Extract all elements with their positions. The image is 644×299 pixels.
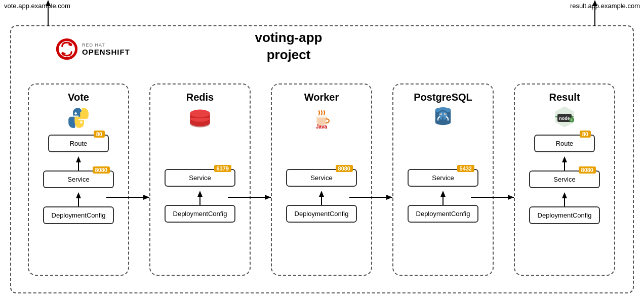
pg-service-box: 5432 Service: [408, 169, 478, 187]
svg-marker-12: [76, 192, 81, 198]
python-icon: [66, 105, 91, 131]
worker-service-label: Service: [310, 174, 332, 182]
svg-text:Java: Java: [316, 124, 328, 130]
result-dc-label: DeploymentConfig: [538, 211, 592, 219]
vote-route-arrow: [75, 156, 82, 170]
pg-dc-box: DeploymentConfig: [408, 205, 478, 223]
service-group-postgresql: PostgreSQL: [392, 83, 494, 276]
result-dc-arrow: [561, 192, 568, 206]
result-route-label: Route: [556, 140, 574, 147]
svg-marker-44: [562, 156, 567, 162]
vote-dc-box: DeploymentConfig: [43, 206, 114, 224]
svg-point-33: [445, 113, 446, 114]
result-route-arrow: [561, 156, 568, 170]
brand-label: RED HAT: [82, 42, 130, 48]
pg-service-port: 5432: [457, 165, 474, 172]
pg-service-label: Service: [432, 174, 454, 182]
product-label: OPENSHIFT: [82, 48, 130, 56]
result-service-box: 8080 Service: [529, 170, 600, 188]
svg-point-32: [440, 113, 441, 114]
svg-marker-1: [46, 0, 51, 6]
redis-dc-box: DeploymentConfig: [165, 205, 235, 223]
vote-dc-arrow: [75, 192, 82, 206]
result-service-port: 8080: [579, 166, 596, 174]
result-route-box: 80 Route: [534, 135, 595, 152]
project-title: voting-appproject: [218, 29, 359, 64]
pg-title: PostgreSQL: [414, 92, 472, 103]
java-icon: Java: [309, 105, 334, 131]
redis-title: Redis: [186, 92, 214, 103]
svg-point-7: [74, 112, 76, 114]
svg-marker-23: [319, 191, 324, 197]
redhat-openshift-logo: RED HAT OPENSHIFT: [56, 38, 130, 60]
vote-route-label: Route: [70, 140, 88, 147]
worker-dc-arrow: [318, 191, 325, 205]
openshift-icon: [56, 38, 78, 60]
svg-text:node: node: [559, 116, 570, 121]
result-dc-box: DeploymentConfig: [529, 206, 600, 224]
worker-service-box: 8080 Service: [286, 169, 357, 187]
svg-marker-46: [562, 192, 567, 198]
redis-service-label: Service: [189, 174, 211, 182]
svg-text:®: ®: [570, 118, 573, 122]
svg-marker-10: [76, 156, 81, 162]
svg-marker-35: [440, 191, 446, 197]
left-domain-label: vote.app.example.com: [4, 2, 70, 10]
svg-marker-20: [197, 191, 203, 197]
vote-service-box: 8080 Service: [43, 170, 114, 188]
redis-service-box: 6379 Service: [165, 169, 235, 187]
diagram-container: vote.app.example.com result.app.example.…: [0, 0, 644, 299]
result-route-port: 80: [580, 131, 591, 138]
right-domain-label: result.app.example.com: [570, 2, 640, 10]
service-group-worker: Worker Java 8080 Service: [271, 83, 372, 276]
redis-dc-arrow: [196, 191, 204, 205]
vote-route-box: 80 Route: [48, 135, 109, 152]
service-group-vote: Vote 80 Route 8080 Servi: [28, 83, 129, 276]
vote-route-port: 80: [94, 131, 105, 138]
result-service-label: Service: [553, 176, 575, 183]
service-group-redis: Redis 6379 Service: [149, 83, 251, 276]
right-top-arrow: [591, 0, 598, 26]
result-title: Result: [549, 92, 580, 103]
redis-service-port: 6379: [214, 165, 231, 172]
worker-title: Worker: [304, 92, 339, 103]
postgresql-icon: [430, 105, 456, 131]
worker-dc-label: DeploymentConfig: [295, 210, 349, 218]
redis-icon: [187, 105, 213, 131]
vote-service-label: Service: [67, 176, 89, 183]
service-group-result: Result node ® 80 Route: [514, 83, 615, 276]
pg-dc-arrow: [439, 191, 447, 205]
redis-dc-label: DeploymentConfig: [173, 210, 227, 218]
worker-service-port: 8080: [336, 165, 353, 172]
pg-dc-label: DeploymentConfig: [416, 210, 470, 218]
svg-marker-3: [592, 0, 597, 6]
svg-point-18: [190, 110, 210, 117]
left-top-arrow: [45, 0, 52, 26]
worker-dc-box: DeploymentConfig: [286, 205, 357, 223]
vote-dc-label: DeploymentConfig: [52, 211, 106, 219]
vote-service-port: 8080: [93, 166, 110, 174]
vote-title: Vote: [68, 92, 89, 103]
nodejs-icon: node ®: [552, 105, 577, 131]
svg-point-8: [80, 121, 82, 123]
